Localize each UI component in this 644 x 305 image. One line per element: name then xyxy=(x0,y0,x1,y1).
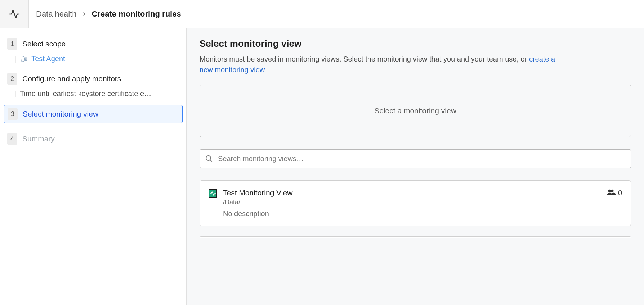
step-summary: 4 Summary xyxy=(4,130,183,147)
breadcrumb: Data health Create monitoring rules xyxy=(29,9,188,19)
card-user-count: 0 xyxy=(607,188,622,197)
search-container xyxy=(200,149,631,168)
card-description: No description xyxy=(223,210,601,218)
dropzone-text: Select a monitoring view xyxy=(374,106,456,115)
step-monitor-desc: Time until earliest keystore certificate… xyxy=(20,90,151,98)
wizard-sidebar: 1 Select scope | Test Agent 2 xyxy=(0,28,187,305)
search-input[interactable] xyxy=(200,149,631,168)
svg-point-6 xyxy=(611,190,614,192)
step-title: Configure and apply monitors xyxy=(22,74,121,83)
svg-line-4 xyxy=(210,160,212,162)
breadcrumb-current: Create monitoring rules xyxy=(92,9,181,19)
monitoring-view-icon xyxy=(209,189,217,198)
monitoring-view-card[interactable]: Test Monitoring View /Data/ No descripti… xyxy=(200,180,631,226)
app-header: Data health Create monitoring rules xyxy=(0,0,644,28)
step-sub-separator: | xyxy=(14,90,16,98)
card-title: Test Monitoring View xyxy=(223,188,601,197)
step-select-monitoring-view[interactable]: 3 Select monitoring view xyxy=(4,105,183,123)
step-number: 3 xyxy=(8,108,18,120)
monitoring-view-card-next[interactable] xyxy=(200,236,631,238)
step-title: Select monitoring view xyxy=(23,110,98,118)
step-sub-separator: | xyxy=(14,55,16,63)
page-heading: Select monitoring view xyxy=(200,38,631,49)
svg-point-5 xyxy=(608,190,611,192)
main-content: Select monitoring view Monitors must be … xyxy=(187,28,644,305)
svg-rect-0 xyxy=(25,58,27,60)
page-subtext: Monitors must be saved in monitoring vie… xyxy=(200,54,556,75)
step-number: 1 xyxy=(7,38,17,50)
users-icon xyxy=(607,188,616,197)
step-configure-monitors[interactable]: 2 Configure and apply monitors | Time un… xyxy=(4,70,183,98)
search-icon xyxy=(205,154,213,163)
monitoring-view-dropzone[interactable]: Select a monitoring view xyxy=(200,85,631,137)
step-number: 4 xyxy=(7,133,17,145)
step-title: Select scope xyxy=(22,40,66,48)
step-scope-link[interactable]: Test Agent xyxy=(31,55,65,63)
card-path: /Data/ xyxy=(223,199,601,206)
step-number: 2 xyxy=(7,73,17,85)
step-select-scope[interactable]: 1 Select scope | Test Agent xyxy=(4,35,183,63)
activity-icon xyxy=(9,8,20,20)
user-count-value: 0 xyxy=(618,189,622,197)
breadcrumb-parent[interactable]: Data health xyxy=(36,9,77,19)
chevron-right-icon xyxy=(82,9,87,19)
app-icon xyxy=(0,0,29,28)
step-title: Summary xyxy=(22,135,55,143)
agent-icon xyxy=(20,55,28,63)
